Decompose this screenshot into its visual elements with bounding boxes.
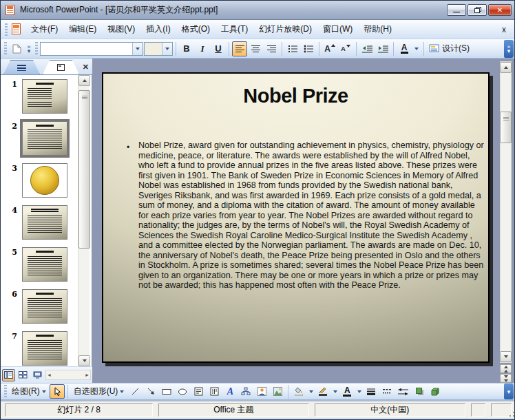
3d-style-button[interactable] [428, 384, 443, 399]
bullets-button[interactable] [301, 41, 316, 56]
scroll-down-button[interactable] [78, 355, 90, 366]
scroll-down-button[interactable] [500, 351, 512, 362]
slide-1-thumbnail[interactable] [22, 79, 67, 114]
scroll-up-button[interactable] [500, 62, 512, 73]
font-size-dropdown[interactable] [162, 43, 172, 55]
menu-help[interactable]: 帮助(H) [359, 21, 397, 38]
previous-slide-button[interactable] [500, 364, 512, 373]
fill-color-dropdown[interactable] [307, 384, 315, 399]
numbering-button[interactable] [285, 41, 300, 56]
increase-font-size-button[interactable]: A [322, 41, 337, 56]
scrollbar-thumb[interactable] [500, 112, 512, 143]
font-size-value[interactable] [145, 43, 162, 55]
line-color-button[interactable] [315, 384, 330, 399]
language-indicator[interactable]: 中文(中国) [315, 403, 465, 417]
diagram-button[interactable] [238, 384, 253, 399]
toolbar-grip[interactable] [35, 42, 38, 56]
minimize-button[interactable]: — [447, 4, 466, 16]
font-name-combobox[interactable] [40, 42, 143, 56]
toolbar-options-button[interactable]: » ▾ [504, 40, 514, 58]
autoshapes-button[interactable]: 自选图形(U) [71, 384, 127, 399]
toolbar-overflow-button[interactable]: » ▾ [25, 41, 33, 57]
theme-indicator[interactable]: Office 主题 [158, 403, 309, 417]
menu-edit[interactable]: 编辑(E) [64, 21, 101, 38]
slide-canvas[interactable]: Nobel Prize • Nobel Prize, award given f… [102, 72, 490, 363]
font-size-combobox[interactable] [144, 42, 173, 56]
decrease-indent-button[interactable] [359, 41, 375, 56]
menu-insert[interactable]: 插入(I) [141, 21, 175, 38]
scrollbar-thumb[interactable] [78, 90, 90, 249]
underline-button[interactable]: U [211, 41, 226, 56]
toolbar-grip[interactable] [4, 42, 7, 56]
slide-design-button[interactable]: 设计(S) [427, 41, 472, 56]
arrow-up-icon [504, 66, 508, 69]
fill-color-button[interactable] [291, 384, 306, 399]
draw-menu-button[interactable]: 绘图(R) [9, 384, 49, 399]
tab-slides[interactable] [43, 60, 79, 74]
next-slide-button[interactable] [500, 374, 512, 383]
italic-button[interactable]: I [195, 41, 210, 56]
scroll-left-icon[interactable]: ◄ [47, 372, 52, 377]
font-name-value[interactable] [41, 43, 132, 55]
restore-button[interactable] [467, 4, 487, 16]
align-center-button[interactable] [248, 41, 263, 56]
slide-sorter-view-button[interactable] [17, 369, 30, 381]
rectangle-tool-button[interactable] [159, 384, 174, 399]
align-right-button[interactable] [264, 41, 279, 56]
menu-view[interactable]: 视图(V) [103, 21, 140, 38]
wordart-button[interactable]: A [222, 384, 238, 399]
scroll-right-icon[interactable]: ► [85, 372, 90, 377]
document-close-icon[interactable]: x [495, 23, 513, 36]
slide-7-thumbnail[interactable] [22, 331, 67, 366]
select-objects-button[interactable] [50, 384, 65, 399]
slide-6-thumbnail[interactable] [22, 289, 67, 324]
shadow-style-button[interactable] [412, 384, 427, 399]
slide-5-thumbnail[interactable] [22, 247, 67, 282]
line-style-button[interactable] [364, 384, 379, 399]
tab-outline[interactable] [3, 60, 40, 74]
font-color-button[interactable]: A [397, 41, 412, 56]
toolbar-grip[interactable] [4, 385, 7, 399]
clip-art-button[interactable] [254, 384, 269, 399]
slide-2-thumbnail[interactable] [22, 121, 67, 156]
normal-view-button[interactable] [2, 369, 15, 381]
vertical-text-box-button[interactable] [207, 384, 222, 399]
text-box-button[interactable] [191, 384, 206, 399]
new-slide-button[interactable] [9, 41, 24, 56]
pane-close-icon[interactable]: ✕ [83, 63, 89, 72]
insert-picture-button[interactable] [270, 384, 285, 399]
arrow-tool-button[interactable] [143, 384, 158, 399]
menu-window[interactable]: 窗口(W) [318, 21, 357, 38]
font-name-dropdown[interactable] [132, 43, 143, 55]
line-tool-button[interactable] [127, 384, 143, 399]
increase-indent-button[interactable] [375, 41, 390, 56]
oval-tool-button[interactable] [175, 384, 190, 399]
font-color-dropdown[interactable] [355, 384, 363, 399]
scroll-up-button[interactable] [78, 75, 90, 86]
thumbnail-scrollbar[interactable] [78, 75, 90, 366]
slide-title[interactable]: Nobel Prize [103, 85, 488, 107]
main-scrollbar[interactable] [500, 61, 512, 363]
font-color-dropdown[interactable] [412, 41, 421, 56]
menu-file[interactable]: 文件(F) [26, 21, 63, 38]
bold-button[interactable]: B [179, 41, 194, 56]
line-color-dropdown[interactable] [331, 384, 339, 399]
slide-4-thumbnail[interactable] [22, 205, 67, 240]
slide-3-thumbnail[interactable] [22, 163, 67, 198]
font-color-button[interactable]: A [339, 384, 355, 399]
dash-style-button[interactable] [379, 384, 395, 399]
clip-art-icon [258, 387, 266, 396]
menu-format[interactable]: 格式(O) [177, 21, 215, 38]
window-resize-grip[interactable] [507, 409, 515, 417]
thumbnail-horizontal-scrollbar[interactable]: ◄ ► [45, 370, 91, 380]
decrease-font-size-button[interactable]: A [338, 41, 353, 56]
toolbar-grip[interactable] [5, 23, 8, 36]
arrow-style-button[interactable] [395, 384, 411, 399]
slide-show-button[interactable] [31, 369, 44, 381]
toolbar-options-button[interactable]: ▾ [504, 384, 514, 399]
align-left-button[interactable] [232, 41, 247, 56]
close-button[interactable]: ✕ [488, 4, 512, 16]
slide-body-text[interactable]: Nobel Prize, award given for outstanding… [138, 140, 485, 291]
menu-slideshow[interactable]: 幻灯片放映(D) [254, 21, 317, 38]
menu-tools[interactable]: 工具(T) [216, 21, 253, 38]
